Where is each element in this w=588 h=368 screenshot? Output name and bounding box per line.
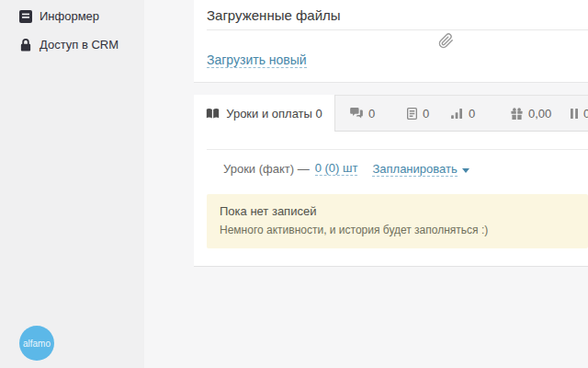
pause-icon [571,109,578,119]
book-icon [206,108,220,120]
tab-bonus[interactable]: 0,00 [511,95,551,132]
files-card-title: Загруженные файлы [207,7,588,30]
plan-link[interactable]: Запланировать [372,162,457,177]
sidebar: Информер Доступ в CRM alfamo [0,0,144,368]
tab-count: 0 [469,107,475,121]
tab-stats[interactable]: 0 [451,95,475,132]
tab-label: Уроки и оплаты 0 [226,107,322,121]
alert-subtitle: Немного активности, и история будет запо… [220,224,575,236]
tab-notes[interactable]: 0 [407,95,429,132]
gift-icon [511,108,523,120]
lessons-count-link[interactable]: 0 (0) шт [315,161,358,176]
tab-count: 0,00 [528,107,551,121]
activity-card: Уроки и оплаты 0 0 0 [194,95,588,267]
lessons-toolbar: Уроки (факт) — 0 (0) шт Запланировать [223,159,579,178]
tab-comments[interactable]: 0 [350,95,375,132]
tab-paused[interactable]: 0 [571,95,588,132]
clipboard-icon [407,108,417,120]
uploaded-files-card: Загруженные файлы Загрузить новый [194,0,588,83]
sidebar-item-informer[interactable]: Информер [19,9,99,23]
tab-lessons-payments[interactable]: Уроки и оплаты 0 [194,95,335,132]
sidebar-item-label: Информер [40,9,99,23]
comments-icon [350,108,363,119]
sidebar-gutter [144,0,194,368]
tab-count: 0 [583,107,588,121]
upload-new-link[interactable]: Загрузить новый [207,52,307,68]
lock-icon [19,39,32,52]
content-divider [207,149,588,150]
sidebar-item-crm-access[interactable]: Доступ в CRM [19,38,119,52]
empty-state-alert: Пока нет записей Немного активности, и и… [207,194,588,248]
plan-dropdown[interactable]: Запланировать [372,162,469,176]
brand-avatar[interactable]: alfamo [19,326,54,361]
informer-icon [19,10,32,23]
alert-title: Пока нет записей [220,204,575,218]
crm-customer-screen: Информер Доступ в CRM alfamo Загруженные… [0,0,588,368]
caret-down-icon [462,168,469,177]
sidebar-item-label: Доступ в CRM [40,38,119,52]
bar-chart-icon [451,109,463,119]
tab-count: 0 [423,107,429,121]
tab-count: 0 [368,107,375,121]
paperclip-icon [438,33,454,49]
lessons-fact-label: Уроки (факт) — [223,162,310,176]
